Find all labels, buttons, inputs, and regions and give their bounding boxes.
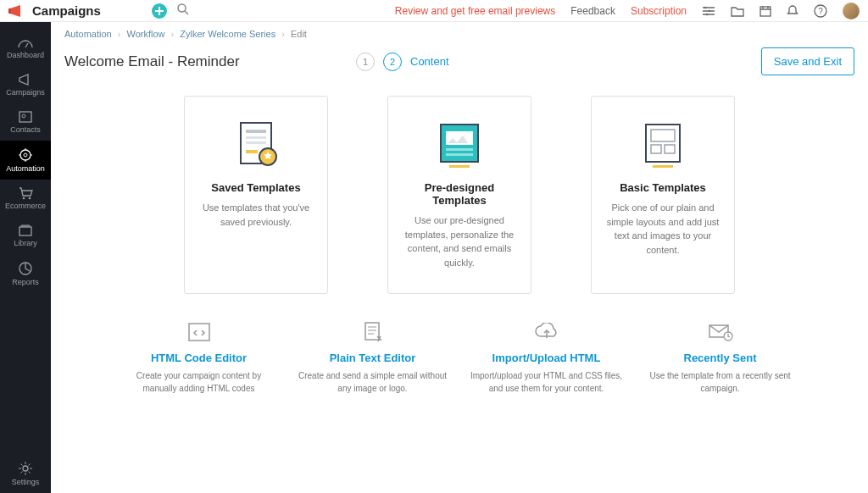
sidebar-item-settings[interactable]: Settings: [0, 454, 51, 493]
svg-point-13: [29, 197, 31, 200]
breadcrumb-link[interactable]: Automation: [64, 29, 112, 39]
card-title: Basic Templates: [604, 181, 722, 194]
option-title: Import/Upload HTML: [470, 352, 623, 364]
code-editor-icon: [123, 319, 275, 345]
sidebar-label: Settings: [12, 478, 40, 486]
card-basic-templates[interactable]: Basic Templates Pick one of our plain an…: [591, 96, 735, 294]
calendar-icon[interactable]: [760, 5, 771, 17]
sidebar-item-ecommerce[interactable]: Ecommerce: [0, 180, 51, 217]
sidebar-label: Dashboard: [7, 51, 44, 59]
option-desc: Import/upload your HTML and CSS files, a…: [470, 369, 623, 395]
topbar: Campaigns Review and get free email prev…: [0, 0, 868, 22]
svg-rect-34: [365, 323, 379, 340]
brand-logo[interactable]: Campaigns: [8, 3, 101, 19]
breadcrumb-link[interactable]: Workflow: [126, 29, 164, 39]
reports-icon: [18, 261, 33, 276]
svg-rect-19: [246, 136, 266, 139]
brand-name: Campaigns: [32, 3, 101, 18]
subscription-link[interactable]: Subscription: [631, 5, 687, 17]
step-1[interactable]: 1: [356, 53, 375, 71]
sidebar-label: Ecommerce: [5, 202, 46, 210]
sidebar-item-contacts[interactable]: Contacts: [0, 103, 51, 141]
svg-rect-0: [8, 8, 11, 14]
sidebar-item-dashboard[interactable]: Dashboard: [0, 29, 51, 66]
option-recently-sent[interactable]: Recently Sent Use the template from a re…: [644, 319, 797, 395]
svg-rect-25: [446, 148, 473, 151]
svg-point-12: [23, 197, 25, 200]
folder-icon[interactable]: [731, 5, 744, 17]
option-desc: Create and send a simple email without a…: [297, 369, 449, 395]
avatar[interactable]: [843, 3, 860, 19]
cloud-upload-icon: [470, 319, 623, 345]
option-desc: Use the template from a recently sent ca…: [644, 369, 797, 395]
activity-icon[interactable]: [702, 5, 715, 17]
saved-templates-icon: [197, 115, 315, 174]
breadcrumb: Automation › Workflow › Zylker Welcome S…: [51, 22, 868, 44]
option-title: Plain Text Editor: [297, 352, 449, 364]
card-saved-templates[interactable]: Saved Templates Use templates that you'v…: [184, 96, 328, 294]
sidebar-label: Library: [14, 239, 37, 247]
search-button[interactable]: [177, 3, 189, 19]
svg-rect-32: [653, 165, 673, 168]
svg-rect-21: [246, 150, 258, 153]
breadcrumb-link[interactable]: Zylker Welcome Series: [180, 29, 275, 39]
sidebar-item-automation[interactable]: Automation: [0, 141, 51, 180]
save-and-exit-button[interactable]: Save and Exit: [761, 47, 854, 75]
add-button[interactable]: [152, 3, 167, 19]
option-import-html[interactable]: Import/Upload HTML Import/upload your HT…: [470, 319, 623, 395]
header-row: Welcome Email - Reminder 1 2 Content Sav…: [51, 44, 868, 87]
page-title: Welcome Email - Reminder: [64, 53, 240, 70]
plus-icon: [155, 7, 164, 15]
step-2-label: Content: [410, 55, 449, 68]
card-desc: Pick one of our plain and simple layouts…: [604, 201, 722, 257]
card-desc: Use templates that you've saved previous…: [197, 201, 315, 229]
card-title: Pre-designed Templates: [400, 181, 519, 207]
dashboard-icon: [17, 36, 34, 49]
step-2[interactable]: 2: [383, 53, 402, 71]
svg-point-9: [22, 114, 25, 118]
option-html-editor[interactable]: HTML Code Editor Create your campaign co…: [123, 319, 275, 395]
option-plain-text[interactable]: Plain Text Editor Create and send a simp…: [297, 319, 449, 395]
help-icon[interactable]: ?: [814, 4, 827, 18]
cart-icon: [18, 186, 33, 200]
plain-text-icon: [297, 319, 449, 345]
automation-icon: [18, 147, 33, 163]
svg-rect-20: [246, 141, 266, 144]
svg-point-3: [709, 9, 710, 11]
svg-point-2: [704, 6, 706, 8]
options-row: HTML Code Editor Create your campaign co…: [51, 311, 868, 412]
svg-point-16: [23, 466, 28, 471]
review-link[interactable]: Review and get free email previews: [395, 5, 555, 17]
feedback-link[interactable]: Feedback: [570, 5, 615, 17]
sidebar-item-library[interactable]: Library: [0, 217, 51, 254]
svg-rect-5: [760, 7, 771, 16]
svg-point-10: [20, 150, 31, 160]
megaphone-icon: [8, 3, 27, 19]
svg-rect-14: [19, 227, 31, 235]
library-icon: [18, 224, 33, 237]
sidebar-label: Contacts: [10, 125, 41, 134]
svg-point-11: [24, 153, 27, 157]
basic-templates-icon: [604, 115, 722, 174]
svg-point-4: [706, 13, 708, 14]
gear-icon: [18, 461, 33, 476]
option-desc: Create your campaign content by manually…: [123, 369, 275, 395]
svg-rect-18: [246, 130, 266, 133]
svg-rect-27: [449, 165, 470, 168]
sidebar-label: Campaigns: [6, 88, 45, 97]
svg-rect-26: [446, 153, 473, 156]
sidebar: Dashboard Campaigns Contacts Automation …: [0, 22, 51, 493]
card-predesigned-templates[interactable]: Pre-designed Templates Use our pre-desig…: [387, 96, 531, 294]
main-content: Automation › Workflow › Zylker Welcome S…: [51, 22, 868, 493]
topbar-right: Review and get free email previews Feedb…: [395, 3, 860, 19]
wizard-steps: 1 2 Content: [356, 53, 449, 71]
option-title: HTML Code Editor: [123, 352, 275, 364]
sidebar-item-reports[interactable]: Reports: [0, 254, 51, 293]
sidebar-item-campaigns[interactable]: Campaigns: [0, 66, 51, 103]
card-title: Saved Templates: [197, 181, 315, 194]
bell-icon[interactable]: [787, 5, 798, 17]
template-cards-row: Saved Templates Use templates that you'v…: [51, 87, 868, 311]
contacts-icon: [18, 110, 33, 124]
search-icon: [177, 3, 189, 15]
sidebar-label: Reports: [12, 278, 39, 286]
